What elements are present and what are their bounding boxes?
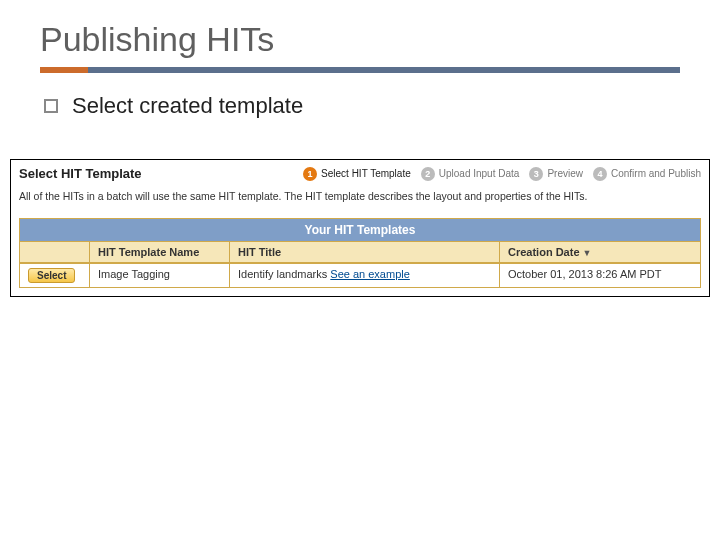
cell-select: Select xyxy=(20,263,90,287)
select-button[interactable]: Select xyxy=(28,268,75,283)
title-rule xyxy=(40,67,680,73)
sort-desc-icon: ▼ xyxy=(583,248,592,258)
see-example-link[interactable]: See an example xyxy=(330,268,410,280)
col-title-header[interactable]: HIT Title xyxy=(230,241,500,262)
table-title: Your HIT Templates xyxy=(20,219,700,241)
screenshot-panel: Select HIT Template 1 Select HIT Templat… xyxy=(10,159,710,297)
step-label: Select HIT Template xyxy=(321,168,411,179)
col-select-header xyxy=(20,241,90,262)
cell-hit-title: Identify landmarks See an example xyxy=(230,263,500,287)
step-preview[interactable]: 3 Preview xyxy=(529,167,583,181)
bullet-item: Select created template xyxy=(44,93,680,119)
wizard-steps: 1 Select HIT Template 2 Upload Input Dat… xyxy=(303,167,701,181)
slide-title: Publishing HITs xyxy=(40,20,680,59)
step-label: Preview xyxy=(547,168,583,179)
col-name-header[interactable]: HIT Template Name xyxy=(90,241,230,262)
hit-title-text: Identify landmarks xyxy=(238,268,330,280)
step-label: Upload Input Data xyxy=(439,168,520,179)
bullet-text: Select created template xyxy=(72,93,303,119)
step-number-icon: 4 xyxy=(593,167,607,181)
step-confirm-publish[interactable]: 4 Confirm and Publish xyxy=(593,167,701,181)
bullet-box-icon xyxy=(44,99,58,113)
cell-template-name: Image Tagging xyxy=(90,263,230,287)
cell-creation-date: October 01, 2013 8:26 AM PDT xyxy=(500,263,700,287)
panel-heading: Select HIT Template xyxy=(19,166,142,181)
step-upload-data[interactable]: 2 Upload Input Data xyxy=(421,167,520,181)
templates-table: Your HIT Templates HIT Template Name HIT… xyxy=(19,218,701,288)
table-header-row: HIT Template Name HIT Title Creation Dat… xyxy=(20,241,700,262)
step-number-icon: 2 xyxy=(421,167,435,181)
table-row: Select Image Tagging Identify landmarks … xyxy=(20,262,700,287)
step-number-icon: 3 xyxy=(529,167,543,181)
col-date-label: Creation Date xyxy=(508,246,580,258)
panel-description: All of the HITs in a batch will use the … xyxy=(19,189,701,204)
step-label: Confirm and Publish xyxy=(611,168,701,179)
col-date-header[interactable]: Creation Date ▼ xyxy=(500,241,700,262)
step-number-icon: 1 xyxy=(303,167,317,181)
step-select-template[interactable]: 1 Select HIT Template xyxy=(303,167,411,181)
